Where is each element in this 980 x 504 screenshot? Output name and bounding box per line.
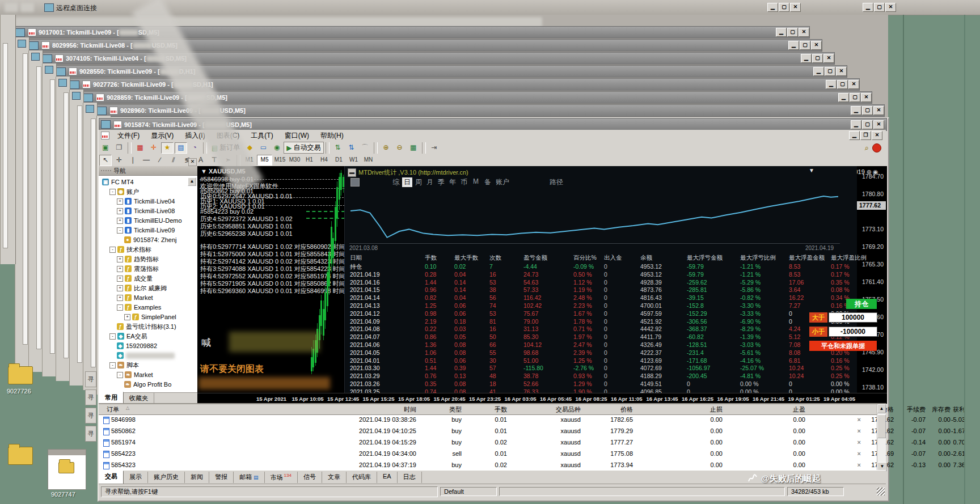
cascade-window-title-bar[interactable]: 8029956: Tickmill-Live08 - [USD,M5]▁▢✕ (28, 39, 822, 52)
stats-menu-备[interactable]: 备 (483, 177, 493, 187)
toolbar-icon[interactable]: ⌒ (359, 142, 371, 154)
crosshair-icon[interactable]: ✛ (113, 155, 125, 166)
minimize-icon[interactable]: ▁ (851, 106, 861, 115)
desktop-folder-label[interactable]: 9027726 (7, 388, 31, 395)
close-icon[interactable]: ✕ (873, 106, 884, 115)
horizontal-line-icon[interactable]: ― (140, 155, 153, 166)
close-order-icon[interactable]: × (858, 416, 861, 423)
minimize-icon[interactable]: ▁ (851, 120, 861, 129)
tree-expand-icon[interactable]: - (117, 304, 123, 311)
toolbar-icon[interactable]: ★ (161, 142, 174, 154)
toolbar-icon[interactable]: ◉ (271, 142, 283, 154)
timeframe-MN[interactable]: MN (361, 155, 375, 165)
nav-item-Examples[interactable]: -ƒExamples (117, 303, 161, 312)
tree-expand-icon[interactable]: + (117, 218, 123, 224)
nav-item-盈亏统计指标(3.1)[interactable]: ƒ盈亏统计指标(3.1) (117, 322, 176, 331)
toolbar-icon[interactable]: ⇥ (428, 142, 441, 154)
tab-信号[interactable]: 信号 (298, 472, 322, 483)
nav-item-Algo Profit Bo[interactable]: ❧Algo Profit Bo (124, 380, 171, 389)
stats-collapse-icon[interactable]: ▼ (809, 167, 814, 173)
close-icon[interactable]: ✕ (861, 93, 872, 102)
tree-expand-icon[interactable]: - (109, 247, 116, 253)
tree-expand-icon[interactable]: - (109, 189, 116, 195)
zoom-in-icon[interactable]: ⊕ (380, 142, 392, 154)
maximize-icon[interactable]: ▢ (874, 3, 885, 12)
stats-menu-路径[interactable]: 路径 (548, 177, 565, 187)
stats-menu-日[interactable]: 日 (402, 177, 412, 187)
trade-row[interactable]: 58519742021.04.19 04:15:29buy0.02xauusd1… (99, 437, 877, 448)
trade-col-止损[interactable]: 止损 (710, 405, 723, 414)
trade-col-订单[interactable]: 订单 (107, 405, 119, 414)
resize-grip[interactable] (877, 488, 885, 495)
menu-显示[interactable]: 显示(V) (145, 130, 179, 142)
maximize-icon[interactable]: ▢ (862, 106, 873, 115)
nav-item-震荡指标[interactable]: +ƒ震荡指标 (117, 264, 159, 273)
minimize-icon[interactable]: ▁ (813, 67, 824, 76)
tree-expand-icon[interactable]: - (109, 362, 116, 369)
scroll-thumb[interactable] (877, 414, 886, 438)
tree-expand-icon[interactable]: + (117, 276, 123, 282)
nav-item-Market[interactable]: -❧Market (117, 370, 153, 379)
toolbar-icon[interactable]: ▦ (134, 142, 146, 154)
trade-row[interactable]: 58469982021.04.19 03:38:26buy0.01xauusd1… (99, 414, 877, 426)
maximize-icon[interactable]: ▢ (779, 3, 789, 12)
timeframe-W1[interactable]: W1 (347, 155, 361, 165)
tab-市场[interactable]: 市场134 (265, 472, 298, 483)
cursor-icon[interactable]: ↖ (99, 155, 112, 166)
child-close-icon[interactable]: ✕ (872, 131, 882, 140)
toolbar-icon[interactable]: ⇅ (332, 142, 344, 154)
scroll-up-icon[interactable]: ▲ (877, 404, 886, 413)
maximize-icon[interactable]: ▢ (812, 54, 823, 63)
minimize-icon[interactable]: ▁ (767, 3, 778, 12)
tab-文章[interactable]: 文章 (322, 472, 347, 483)
nav-item-FC MT4[interactable]: ▣FC MT4 (102, 177, 134, 187)
stats-menu-综[interactable]: 综 (391, 177, 401, 187)
toolbar-icon[interactable]: ▭ (257, 142, 269, 154)
navigator-header[interactable]: 导航 (99, 166, 197, 176)
stats-menu-币[interactable]: 币 (459, 177, 469, 187)
navigator-tab-favorites[interactable]: 收藏夹 (124, 393, 154, 404)
rdp-window-buttons-2[interactable]: ▁ ▢ ✕ (862, 3, 896, 12)
menu-文件[interactable]: 文件(F) (112, 130, 145, 142)
toolbar-icon[interactable]: ⇅ (345, 142, 358, 154)
desktop-folder-label[interactable]: 9027747 (51, 491, 75, 498)
tree-expand-icon[interactable]: - (117, 227, 123, 234)
tree-expand-icon[interactable]: - (117, 372, 123, 378)
close-icon[interactable]: ✕ (811, 41, 822, 50)
close-icon[interactable]: ✕ (836, 67, 847, 76)
minimize-icon[interactable]: ▁ (788, 41, 799, 50)
desktop-folder-icon[interactable] (8, 447, 33, 465)
status-profile[interactable]: Default (440, 487, 497, 496)
stats-menu-账户[interactable]: 账户 (494, 177, 511, 187)
menu-窗口[interactable]: 窗口(W) (279, 130, 315, 142)
minimize-icon[interactable]: ▁ (863, 3, 873, 12)
tree-expand-icon[interactable]: + (117, 266, 123, 272)
nav-item-Market[interactable]: +ƒMarket (117, 293, 153, 302)
maximize-icon[interactable]: ▢ (825, 67, 835, 76)
vertical-line-icon[interactable]: ∣ (126, 155, 139, 166)
close-order-icon[interactable]: × (858, 461, 861, 468)
stats-minimize-icon[interactable]: ▬ (348, 168, 356, 177)
trade-col-手续费[interactable]: 手续费 (907, 405, 926, 414)
nav-item-趋势指标[interactable]: +ƒ趋势指标 (117, 255, 159, 264)
trade-col-价格[interactable]: 价格 (620, 405, 633, 414)
tree-expand-icon[interactable]: + (117, 208, 123, 214)
tab-交易[interactable]: 交易 (99, 471, 124, 484)
timeframe-D1[interactable]: D1 (332, 155, 346, 165)
nav-item-成交量[interactable]: +ƒ成交量 (117, 274, 153, 283)
trade-col-止盈[interactable]: 止盈 (793, 405, 805, 414)
toolbar-icon[interactable]: ✛ (147, 142, 160, 154)
tab-代码库[interactable]: 代码库 (347, 472, 377, 483)
trade-row[interactable]: 58542232021.04.19 04:34:00sell0.01xauusd… (99, 448, 877, 460)
nav-item-Tickmill-Live09[interactable]: -▮Tickmill-Live09 (117, 226, 175, 235)
maximize-icon[interactable]: ▢ (850, 93, 860, 102)
trade-col-获利[interactable]: 获利 (953, 405, 965, 414)
tab-日志[interactable]: 日志 (398, 472, 422, 483)
maximize-icon[interactable]: ▢ (787, 28, 798, 37)
timeframe-H1[interactable]: H1 (302, 155, 316, 165)
maximize-icon[interactable]: ▢ (862, 120, 873, 129)
toolbar-icon[interactable]: ▣ (99, 142, 112, 154)
tree-expand-icon[interactable]: - (109, 333, 116, 340)
close-order-icon[interactable]: × (858, 450, 861, 457)
cascade-window-title-bar[interactable]: 9017001: Tickmill-Live09 - [SD,M5]▁▢✕ (15, 26, 810, 39)
